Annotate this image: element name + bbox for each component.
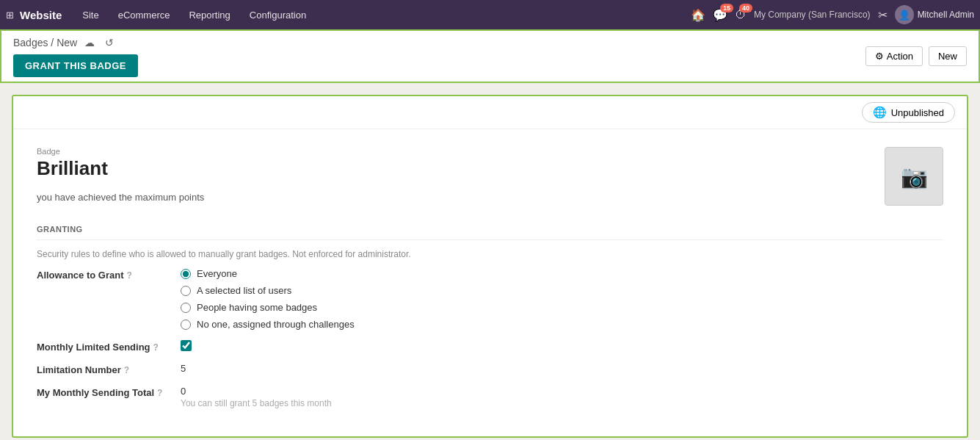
radio-selected-users[interactable]: A selected list of users <box>181 285 943 296</box>
limitation-number-row: Limitation Number ? 5 <box>37 363 943 375</box>
chat-badge: 15 <box>720 4 733 12</box>
monthly-limited-row: Monthly Limited Sending ? <box>37 340 943 353</box>
nav-ecommerce[interactable]: eCommerce <box>109 7 179 24</box>
radio-noone[interactable]: No one, assigned through challenges <box>181 319 943 330</box>
badge-title-row: Brilliant EN <box>37 157 943 186</box>
new-button[interactable]: New <box>929 46 967 66</box>
monthly-sending-hint: You can still grant 5 badges this month <box>181 398 943 408</box>
radio-everyone[interactable]: Everyone <box>181 268 943 279</box>
monthly-sending-row: My Monthly Sending Total ? 0 You can sti… <box>37 386 943 408</box>
limitation-help-icon[interactable]: ? <box>124 365 129 375</box>
granting-description: Security rules to define who is allowed … <box>37 249 943 259</box>
limitation-number-field: 5 <box>181 363 943 374</box>
form-body: Badge Brilliant EN you have achieved the… <box>13 129 967 436</box>
publish-status: Unpublished <box>891 107 944 118</box>
allowance-label: Allowance to Grant ? <box>37 268 169 281</box>
publish-bar: 🌐 Unpublished <box>13 96 967 129</box>
breadcrumb: Badges / New <box>13 37 77 48</box>
radio-badges-label: People having some badges <box>197 302 317 313</box>
granting-section-title: GRANTING <box>37 213 943 240</box>
monthly-limited-checkbox[interactable] <box>181 340 192 351</box>
breadcrumb-bar: Badges / New ☁ ↺ GRANT THIS BADGE ⚙ Acti… <box>0 29 980 83</box>
monthly-limited-field <box>181 340 943 351</box>
badge-title: Brilliant <box>37 157 108 180</box>
action-button[interactable]: ⚙ Action <box>865 46 923 66</box>
radio-everyone-label: Everyone <box>197 268 237 279</box>
clock-icon[interactable]: ⏱ 40 <box>735 8 747 21</box>
radio-everyone-input[interactable] <box>181 269 191 279</box>
home-icon[interactable]: 🏠 <box>691 8 705 22</box>
grid-icon[interactable]: ⊞ <box>6 10 14 21</box>
monthly-sending-value: 0 <box>181 384 186 397</box>
publish-button[interactable]: 🌐 Unpublished <box>862 102 955 123</box>
badge-label-area: Badge Brilliant EN <box>37 147 943 186</box>
badge-image-upload[interactable]: 📷 <box>885 147 943 206</box>
radio-noone-label: No one, assigned through challenges <box>197 319 355 330</box>
badge-description: you have achieved the maximum points <box>37 192 204 203</box>
badge-label-text: Badge <box>37 147 943 156</box>
nav-configuration[interactable]: Configuration <box>241 7 315 24</box>
limitation-number-label: Limitation Number ? <box>37 363 169 375</box>
monthly-sending-field: 0 You can still grant 5 badges this mont… <box>181 386 943 408</box>
company-name: My Company (San Francisco) <box>754 10 871 20</box>
breadcrumb-right: ⚙ Action New <box>865 46 967 66</box>
form-card: 🌐 Unpublished Badge Brilliant EN you hav… <box>12 95 968 438</box>
main-content: 🌐 Unpublished Badge Brilliant EN you hav… <box>0 83 980 440</box>
action-label: Action <box>887 51 913 62</box>
monthly-limited-help-icon[interactable]: ? <box>153 342 159 353</box>
user-menu[interactable]: 👤 Mitchell Admin <box>895 5 974 24</box>
globe-icon: 🌐 <box>873 106 887 119</box>
updates-badge: 40 <box>739 4 752 12</box>
allowance-help-icon[interactable]: ? <box>126 270 131 281</box>
allowance-row: Allowance to Grant ? Everyone A selected… <box>37 268 943 330</box>
radio-selected-label: A selected list of users <box>197 285 291 296</box>
breadcrumb-actions: Badges / New ☁ ↺ <box>13 35 138 50</box>
granting-section: GRANTING Security rules to define who is… <box>37 213 943 408</box>
chat-icon[interactable]: 💬 15 <box>713 8 727 22</box>
monthly-limited-label: Monthly Limited Sending ? <box>37 340 169 353</box>
navbar-right: 🏠 💬 15 ⏱ 40 My Company (San Francisco) ✂… <box>691 5 974 24</box>
user-name: Mitchell Admin <box>918 10 974 20</box>
badge-desc-row: you have achieved the maximum points EN <box>37 192 943 206</box>
monthly-sending-label: My Monthly Sending Total ? <box>37 386 169 398</box>
upload-button[interactable]: ☁ <box>81 35 98 50</box>
radio-people-badges[interactable]: People having some badges <box>181 302 943 313</box>
brand-name[interactable]: Website <box>20 9 62 21</box>
user-avatar: 👤 <box>895 5 914 24</box>
radio-badges-input[interactable] <box>181 303 191 313</box>
badge-header-area: Badge Brilliant EN you have achieved the… <box>37 147 943 213</box>
refresh-button[interactable]: ↺ <box>102 35 117 50</box>
radio-selected-input[interactable] <box>181 286 191 296</box>
limitation-number-value: 5 <box>181 361 186 374</box>
allowance-options: Everyone A selected list of users People… <box>181 268 943 330</box>
grant-badge-button[interactable]: GRANT THIS BADGE <box>13 54 138 77</box>
monthly-sending-help-icon[interactable]: ? <box>157 388 162 398</box>
radio-noone-input[interactable] <box>181 320 191 330</box>
nav-site[interactable]: Site <box>73 7 107 24</box>
settings-icon[interactable]: ✂ <box>878 8 888 22</box>
navbar: ⊞ Website Site eCommerce Reporting Confi… <box>0 0 980 29</box>
nav-reporting[interactable]: Reporting <box>180 7 239 24</box>
breadcrumb-left: Badges / New ☁ ↺ GRANT THIS BADGE <box>13 35 138 77</box>
gear-icon: ⚙ <box>875 51 884 62</box>
navbar-menu: Site eCommerce Reporting Configuration <box>73 7 691 24</box>
